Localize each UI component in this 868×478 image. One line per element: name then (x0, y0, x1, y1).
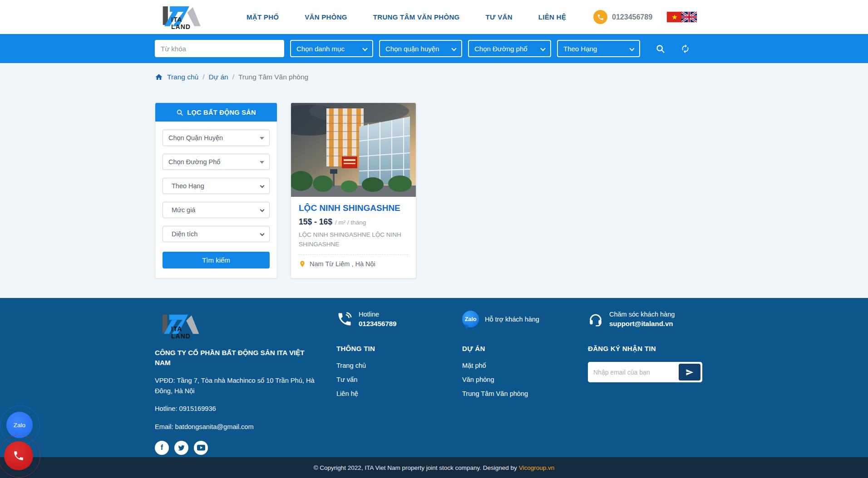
footer-link-van-phong[interactable]: Văn phòng (462, 376, 588, 383)
street-select[interactable]: Chọn Đường phố (468, 40, 551, 57)
newsletter-submit-button[interactable] (679, 364, 700, 380)
property-card: LỘC NINH SHINGASHNE 15$ - 16$ / m² / thá… (291, 102, 416, 278)
phone-icon (593, 10, 607, 24)
header-phone-number: 0123456789 (612, 13, 652, 21)
headset-icon (588, 312, 603, 327)
chevron-down-icon (260, 184, 265, 188)
footer-contact-row: Hotline 0123456789 Zalo Hỗ trợ khách hàn… (336, 311, 714, 327)
newsletter-box (588, 362, 702, 382)
filter-district-select[interactable]: Chọn Quận Huyện (163, 130, 270, 146)
zalo-icon: Zalo (462, 311, 479, 327)
grade-select-value: Theo Hạng (563, 45, 597, 53)
grade-select[interactable]: Theo Hạng (557, 40, 640, 57)
footer-logo: ITA LAND (155, 311, 200, 341)
category-select-value: Chọn danh mục (296, 45, 345, 53)
floating-phone-button[interactable] (4, 441, 33, 470)
filter-area-select[interactable]: Diện tích (163, 226, 270, 242)
company-email: Email: batdongsanita@gmail.com (155, 422, 318, 432)
chevron-down-icon (362, 46, 367, 51)
footer-zalo-support[interactable]: Zalo Hỗ trợ khách hàng (462, 311, 588, 327)
uk-flag-icon[interactable] (681, 12, 697, 22)
nav-tu-van[interactable]: TƯ VẤN (486, 13, 513, 21)
property-price-unit: / m² / tháng (335, 219, 366, 226)
top-header: ITA LAND MẶT PHỐ VĂN PHÒNG TRUNG TÂM VĂN… (0, 0, 868, 34)
chevron-down-icon (260, 232, 265, 236)
header-phone[interactable]: 0123456789 (593, 10, 652, 24)
footer-link-tu-van[interactable]: Tư vấn (336, 376, 462, 383)
footer-column-projects: DỰ ÁN Mặt phố Văn phòng Trung Tâm Văn ph… (462, 345, 588, 404)
filter-street-select[interactable]: Chọn Đường Phố (163, 154, 270, 170)
caret-down-icon (260, 161, 264, 164)
street-select-value: Chọn Đường phố (474, 45, 528, 53)
chevron-down-icon (540, 46, 545, 51)
logo-text: ITA LAND (171, 16, 202, 30)
newsletter-email-input[interactable] (588, 362, 677, 382)
category-select[interactable]: Chọn danh mục (290, 40, 373, 57)
chevron-down-icon (260, 208, 265, 212)
property-photo[interactable] (291, 103, 416, 197)
footer-link-lien-he[interactable]: Liên hệ (336, 390, 462, 397)
caret-down-icon (260, 137, 264, 140)
footer-hotline[interactable]: Hotline 0123456789 (336, 311, 462, 327)
filter-price-select[interactable]: Mức giá (163, 202, 270, 218)
nav-van-phong[interactable]: VĂN PHÒNG (305, 13, 347, 21)
home-icon[interactable] (155, 73, 163, 81)
breadcrumb-separator: / (232, 73, 234, 81)
breadcrumb-section[interactable]: Dự án (209, 73, 228, 81)
nav-trung-tam-van-phong[interactable]: TRUNG TÂM VĂN PHÒNG (373, 13, 460, 21)
filter-street-value: Chọn Đường Phố (168, 158, 220, 166)
footer-column-projects-title: DỰ ÁN (462, 345, 588, 352)
filter-grade-value: Theo Hạng (172, 182, 204, 190)
breadcrumb-home[interactable]: Trang chủ (167, 73, 198, 81)
district-select[interactable]: Chọn quận huyện (379, 40, 462, 57)
footer-column-newsletter: ĐĂNG KÝ NHẬN TIN (588, 345, 714, 404)
search-icon[interactable] (656, 44, 665, 54)
social-links: f (155, 441, 318, 455)
filter-panel: LỌC BẤT ĐỘNG SẢN Chọn Quận Huyện Chọn Đư… (155, 102, 277, 278)
hotline-label: Hotline (359, 311, 396, 318)
keyword-input[interactable] (155, 40, 284, 57)
footer-link-ttvp[interactable]: Trung Tâm Văn phòng (462, 390, 588, 397)
filter-area-value: Diện tích (172, 230, 197, 238)
facebook-icon[interactable]: f (155, 441, 169, 455)
hotline-number: 0123456789 (359, 320, 396, 327)
refresh-icon[interactable] (681, 44, 690, 54)
filter-grade-select[interactable]: Theo Hạng (163, 178, 270, 194)
filter-district-value: Chọn Quận Huyện (168, 134, 223, 141)
phone-icon (336, 311, 353, 327)
phone-icon (13, 450, 25, 462)
chevron-down-icon (629, 46, 634, 51)
page-body: Trang chủ / Dự án / Trung Tâm Văn phòng … (0, 63, 868, 298)
zalo-support-label: Hỗ trợ khách hàng (485, 316, 539, 323)
nav-mat-pho[interactable]: MẶT PHỐ (247, 13, 279, 21)
property-location: Nam Từ Liêm , Hà Nội (299, 254, 408, 274)
company-name: CÔNG TY CỔ PHẦN BẤT ĐỘNG SẢN ITA VIỆT NA… (155, 348, 318, 368)
customer-care-label: Chăm sóc khách hàng (609, 311, 675, 318)
filter-search-button[interactable]: Tìm kiếm (163, 252, 270, 268)
nav-lien-he[interactable]: LIÊN HỆ (538, 13, 566, 21)
twitter-icon[interactable] (174, 441, 188, 455)
filter-panel-header: LỌC BẤT ĐỘNG SẢN (155, 103, 277, 122)
property-title[interactable]: LỘC NINH SHINGASHNE (299, 203, 408, 213)
map-pin-icon (299, 260, 306, 268)
footer-customer-care[interactable]: Chăm sóc khách hàng support@italand.vn (588, 311, 714, 327)
language-flags: ★ (667, 12, 697, 22)
youtube-icon[interactable] (194, 441, 208, 455)
customer-care-email: support@italand.vn (609, 320, 675, 327)
breadcrumb: Trang chủ / Dự án / Trung Tâm Văn phòng (155, 63, 713, 81)
chevron-down-icon (451, 46, 456, 51)
designer-link[interactable]: Vicogroup.vn (519, 464, 555, 471)
footer-link-mat-pho[interactable]: Mặt phố (462, 362, 588, 369)
floating-zalo-button[interactable]: Zalo (6, 412, 33, 438)
breadcrumb-current: Trung Tâm Văn phòng (238, 73, 308, 81)
property-price: 15$ - 16$ (299, 217, 332, 227)
search-bar: Chọn danh mục Chọn quận huyện Chọn Đường… (0, 34, 868, 63)
filter-price-value: Mức giá (172, 206, 195, 214)
vietnam-flag-icon[interactable]: ★ (667, 12, 682, 22)
footer-column-info: THÔNG TIN Trang chủ Tư vấn Liên hệ (336, 345, 462, 404)
footer-link-trang-chu[interactable]: Trang chủ (336, 362, 462, 369)
ita-land-logo[interactable]: ITA LAND (155, 4, 202, 31)
copyright-text: © Copyright 2022, ITA Viet Nam property … (314, 464, 517, 471)
district-select-value: Chọn quận huyện (385, 45, 439, 53)
site-footer: ITA LAND CÔNG TY CỔ PHẦN BẤT ĐỘNG SẢN IT… (0, 298, 868, 457)
